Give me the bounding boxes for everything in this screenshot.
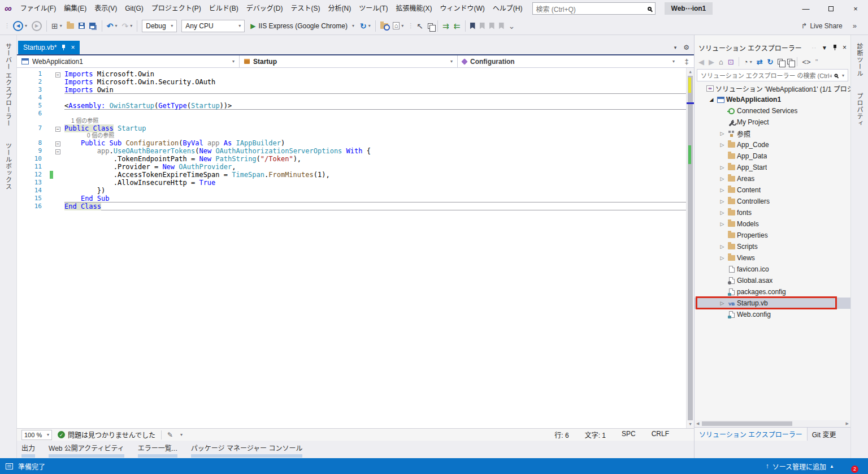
tree-item-packages-config[interactable]: packages.config bbox=[695, 286, 850, 298]
navigate-back-button[interactable]: ◀▾ bbox=[11, 19, 29, 33]
right-tab-0[interactable]: 診断ツール bbox=[855, 43, 864, 77]
next-bookmark-button[interactable] bbox=[487, 19, 497, 33]
toggle-bookmark-button[interactable] bbox=[468, 19, 478, 33]
fold-collapse-icon[interactable]: − bbox=[55, 127, 60, 132]
panel-close-icon[interactable]: × bbox=[843, 44, 847, 51]
new-project-button[interactable]: ⊞▾ bbox=[49, 19, 64, 33]
tree-expander-icon[interactable]: ▷ bbox=[718, 165, 726, 170]
tree-item-content[interactable]: ▷Content bbox=[695, 184, 850, 196]
refresh-browser-button[interactable]: ↻▾ bbox=[358, 19, 373, 33]
bottom-panel-tab-2[interactable]: エラー一覧... bbox=[138, 443, 177, 458]
pin-icon[interactable] bbox=[61, 45, 66, 50]
live-share-button[interactable]: ↱ Live Share bbox=[801, 21, 842, 30]
menu-item-12[interactable]: ヘルプ(H) bbox=[489, 0, 527, 17]
se-refresh-button[interactable]: ↻ bbox=[767, 58, 774, 66]
zoom-level-dropdown[interactable]: 100 % ▾ bbox=[21, 430, 52, 440]
tree-item-references[interactable]: ▷参照 bbox=[695, 128, 850, 139]
outdent-button[interactable]: ⇇ bbox=[452, 19, 463, 33]
fold-collapse-icon[interactable]: − bbox=[55, 141, 60, 146]
indent-button[interactable]: ⇉ bbox=[440, 19, 452, 33]
tree-item-my-project[interactable]: My Project bbox=[695, 117, 850, 128]
window-position-dropdown-icon[interactable]: ▼ bbox=[822, 45, 827, 51]
tree-expander-icon[interactable]: ▷ bbox=[718, 210, 726, 216]
se-back-button[interactable]: ◀ bbox=[698, 58, 704, 66]
menu-item-10[interactable]: 拡張機能(X) bbox=[392, 0, 436, 17]
tree-item-fonts[interactable]: ▷fonts bbox=[695, 207, 850, 218]
tree-item-connected-services[interactable]: Connected Services bbox=[695, 105, 850, 117]
tree-item-web-config[interactable]: Web.config bbox=[695, 309, 850, 320]
tree-expander-icon[interactable]: ▷ bbox=[718, 199, 726, 204]
tree-item-scripts[interactable]: ▷Scripts bbox=[695, 241, 850, 252]
code-editor[interactable]: 1−Imports Microsoft.Owin2Imports Microso… bbox=[17, 68, 694, 428]
right-panel-tab-1[interactable]: Git 変更 bbox=[808, 428, 841, 441]
nav-type-dropdown[interactable]: Startup ▾ bbox=[240, 55, 458, 67]
close-button[interactable]: × bbox=[843, 0, 868, 17]
tree-expander-icon[interactable]: ▷ bbox=[718, 221, 726, 227]
menu-item-5[interactable]: ビルド(B) bbox=[205, 0, 242, 17]
minimize-button[interactable]: — bbox=[793, 0, 818, 17]
nav-member-dropdown[interactable]: Configuration ▾ bbox=[458, 55, 679, 67]
document-outline-button[interactable] bbox=[426, 19, 435, 33]
add-to-source-control-button[interactable]: ソース管理に追加 bbox=[772, 462, 826, 471]
tree-expander-icon[interactable]: ▷ bbox=[718, 300, 726, 306]
scroll-left-icon[interactable]: ◀ bbox=[696, 421, 699, 426]
find-in-files-button[interactable] bbox=[378, 19, 390, 33]
tree-expander-icon[interactable]: ◢ bbox=[708, 97, 715, 102]
menu-item-11[interactable]: ウィンドウ(W) bbox=[436, 0, 489, 17]
indentation-mode[interactable]: SPC bbox=[622, 430, 636, 439]
bottom-panel-tab-0[interactable]: 出力 bbox=[21, 443, 35, 458]
tree-item-views[interactable]: ▷Views bbox=[695, 252, 850, 264]
save-button[interactable] bbox=[76, 19, 87, 33]
se-nest-button[interactable] bbox=[778, 59, 783, 64]
quick-search-input[interactable]: 検索 (Ctrl+Q) bbox=[532, 2, 656, 15]
tree-expander-icon[interactable]: ▷ bbox=[718, 244, 726, 249]
menu-item-2[interactable]: 表示(V) bbox=[90, 0, 121, 17]
tree-item-controllers[interactable]: ▷Controllers bbox=[695, 196, 850, 207]
fold-collapse-icon[interactable]: − bbox=[55, 72, 60, 77]
select-element-button[interactable]: ↖ bbox=[414, 19, 426, 33]
tree-item-global-asax[interactable]: Global.asax bbox=[695, 275, 850, 286]
nav-project-dropdown[interactable]: WebApplication1 ▾ bbox=[17, 55, 240, 67]
menu-item-4[interactable]: プロジェクト(P) bbox=[147, 0, 205, 17]
tree-item-startup-vb[interactable]: ▷Startup.vb bbox=[695, 298, 850, 309]
right-panel-tab-0[interactable]: ソリューション エクスプローラー bbox=[695, 428, 808, 441]
tree-expander-icon[interactable]: ▷ bbox=[718, 142, 726, 148]
add-person-icon[interactable]: » bbox=[853, 21, 857, 30]
editor-vertical-scrollbar[interactable]: ▲ ▼ bbox=[686, 68, 694, 428]
bottom-panel-tab-3[interactable]: パッケージ マネージャー コンソール bbox=[191, 443, 303, 458]
hscroll-thumb[interactable] bbox=[702, 421, 792, 426]
solution-platforms-dropdown[interactable]: Any CPU▾ bbox=[181, 20, 245, 32]
tree-item-areas[interactable]: ▷Areas bbox=[695, 173, 850, 184]
document-health-indicator[interactable]: ✓ 問題は見つかりませんでした bbox=[58, 430, 155, 439]
ink-annotation-icon[interactable]: ✎ bbox=[167, 431, 173, 439]
tree-item-models[interactable]: ▷Models bbox=[695, 218, 850, 230]
tree-item-solution[interactable]: ソリューション 'WebApplication1' (1/1 プロジェクト) bbox=[695, 83, 850, 94]
scrollbar-thumb[interactable] bbox=[688, 76, 693, 420]
se-home-button[interactable]: ⌂ bbox=[719, 58, 723, 66]
line-ending-mode[interactable]: CRLF bbox=[652, 430, 669, 439]
tree-item-webapplication1[interactable]: ◢WebApplication1 bbox=[695, 94, 850, 105]
se-sync-with-active-document-button[interactable]: ⇄ bbox=[757, 58, 763, 66]
tree-horizontal-scrollbar[interactable]: ◀ ▶ bbox=[695, 420, 850, 427]
menu-item-8[interactable]: 分析(N) bbox=[324, 0, 355, 17]
open-file-button[interactable] bbox=[64, 19, 76, 33]
tab-list-dropdown-icon[interactable]: ▾ bbox=[674, 45, 677, 50]
caret-line[interactable]: 行: 6 bbox=[554, 430, 568, 439]
tree-expander-icon[interactable]: ▷ bbox=[718, 176, 726, 182]
se-pending-changes-filter-button[interactable]: ◔▾ bbox=[744, 58, 752, 66]
source-control-menu-icon[interactable]: ▲ bbox=[830, 464, 834, 469]
caret-column[interactable]: 文字: 1 bbox=[585, 430, 606, 439]
solution-search-input[interactable]: ソリューション エクスプローラー の検索 (Ctrl+;) ▾ bbox=[697, 69, 848, 81]
auto-hide-pin-icon[interactable] bbox=[832, 45, 837, 50]
redo-button[interactable]: ↷▾ bbox=[120, 19, 135, 33]
document-tab-startup-vb[interactable]: Startup.vb* × bbox=[18, 41, 80, 54]
solution-configurations-dropdown[interactable]: Debug▾ bbox=[142, 20, 177, 32]
se-switch-views-button[interactable]: ⊡ bbox=[728, 58, 734, 66]
scroll-down-icon[interactable]: ▼ bbox=[687, 420, 694, 428]
previous-bookmark-button[interactable] bbox=[478, 19, 487, 33]
tree-expander-icon[interactable]: ▷ bbox=[718, 255, 726, 261]
notifications-bell-icon[interactable]: 2 bbox=[847, 463, 854, 470]
tree-item-properties[interactable]: Properties bbox=[695, 230, 850, 241]
se-forward-button[interactable]: ▶ bbox=[709, 58, 714, 66]
menu-item-7[interactable]: テスト(S) bbox=[287, 0, 324, 17]
